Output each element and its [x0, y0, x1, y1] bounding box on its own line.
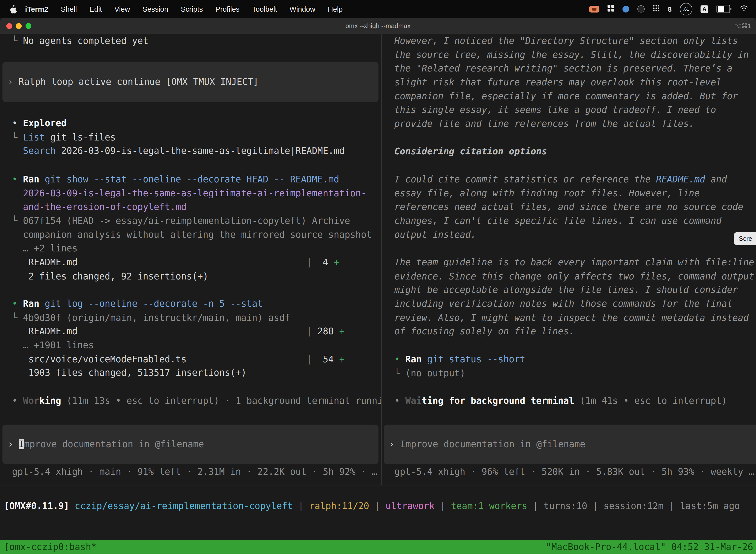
text-segment: … +1901 lines [12, 340, 94, 350]
text-segment: | [77, 326, 312, 337]
text-segment: + [334, 257, 339, 267]
blue-app-icon[interactable] [623, 5, 629, 12]
working-status-block: • Working (11m 13s • esc to interrupt) ·… [12, 394, 381, 408]
zoom-button[interactable] [25, 23, 31, 29]
dots-grid-icon[interactable] [653, 5, 659, 13]
text-segment: companion analysis without altering the … [12, 230, 372, 240]
text-segment: essay file, along with finding root file… [394, 188, 700, 198]
text-segment: › [8, 439, 19, 449]
terminal-line: 2 files changed, 92 insertions(+) [12, 270, 381, 283]
text-segment: Search [23, 146, 56, 156]
minimize-button[interactable] [16, 23, 21, 29]
text-segment: | [187, 354, 312, 364]
text-segment [40, 174, 45, 184]
text-segment [12, 146, 23, 156]
launcher-grid-icon[interactable] [608, 5, 614, 13]
text-segment: references need actual files, and since … [394, 202, 743, 212]
terminal-line: including verification notes with those … [394, 297, 756, 311]
text-segment: README.md [12, 326, 78, 337]
terminal-line: The team guideline is to back every impo… [394, 256, 756, 270]
dark-app-icon[interactable] [637, 5, 645, 12]
terminal-line: this single essay, it seems like a good … [394, 104, 756, 117]
text-segment: evidence. Since this change only affects… [394, 271, 754, 281]
ralph-loop-banner: › Ralph loop active continue [OMX_TMUX_I… [2, 62, 378, 102]
terminal-line: └ (no output) [394, 367, 756, 381]
text-segment: turns:10 [544, 501, 587, 511]
wifi-icon[interactable] [740, 5, 748, 13]
menu-edit[interactable]: Edit [83, 5, 108, 13]
battery-body [716, 5, 730, 13]
terminal-pane-left[interactable]: └ No agents completed yet › Ralph loop a… [0, 34, 381, 485]
text-segment [61, 396, 66, 406]
screen-recording-indicator[interactable] [589, 5, 600, 12]
text-segment: last:5m ago [680, 501, 740, 511]
meter-badge-icon[interactable]: .61 [680, 3, 693, 15]
prompt-input-left[interactable]: › Improve documentation in @filename [2, 425, 378, 464]
terminal-line: README.md | 280 + [12, 325, 381, 339]
menu-help[interactable]: Help [321, 5, 349, 13]
text-segment: 280 [312, 326, 339, 337]
text-segment: List [23, 132, 45, 142]
tmux-session-label: [omx-cczip0:bash* [0, 542, 97, 552]
input-source-icon[interactable]: A [700, 5, 708, 13]
digit-badge-icon[interactable]: 8 [668, 5, 672, 13]
menu-session[interactable]: Session [136, 5, 174, 13]
menu-toolbelt[interactable]: Toolbelt [246, 5, 283, 13]
terminal-line: README.md | 4 + [12, 256, 381, 270]
text-segment: • [12, 174, 23, 184]
text-segment: and [705, 174, 727, 184]
text-segment [422, 354, 427, 365]
terminal-line: Considering citation options [394, 145, 756, 159]
text-segment: Ran [405, 354, 422, 365]
terminal-line: • Ran git status --short [394, 353, 756, 367]
text-segment: … +2 lines [12, 243, 78, 254]
terminal-line: • Ran git log --oneline --decorate -n 5 … [12, 297, 381, 311]
terminal-line: review. Also, I might want to inspect th… [394, 311, 756, 325]
apple-menu-icon[interactable] [10, 4, 17, 13]
text-segment: slight risk that future readers may over… [394, 77, 721, 88]
close-button[interactable] [6, 23, 12, 29]
menu-profiles[interactable]: Profiles [209, 5, 246, 13]
text-cursor: I [19, 439, 24, 449]
explored-block: • Explored└ List git ls-files Search 202… [12, 117, 381, 158]
text-segment [574, 396, 580, 406]
text-segment: Ralph loop active continue [OMX_TMUX_INJ… [19, 76, 258, 87]
pane-divider-vertical[interactable] [381, 34, 382, 485]
menu-window[interactable]: Window [283, 5, 321, 13]
menu-view[interactable]: View [108, 5, 136, 13]
menu-iterm2[interactable]: iTerm2 [19, 5, 55, 13]
text-segment: └ [394, 368, 405, 378]
record-glyph [592, 7, 596, 10]
terminal-line: and-the-erosion-of-copyleft.md [12, 200, 381, 214]
text-segment: 2026-03-09-is-legal-the-same-as-legitima… [23, 188, 367, 198]
battery-icon[interactable] [716, 5, 732, 13]
git-log-block: • Ran git log --oneline --decorate -n 5 … [12, 297, 381, 380]
terminal-line: › Ralph loop active continue [OMX_TMUX_I… [8, 75, 258, 89]
terminal-pane-right[interactable]: However, I noticed the "Directory Struct… [382, 34, 756, 485]
terminal-line: └ 067f154 (HEAD -> essay/ai-reimplementa… [12, 214, 381, 228]
text-segment: cczip/essay/ai-reimplementation-copyleft [75, 501, 293, 511]
text-segment: Ran [23, 174, 40, 184]
menu-scripts[interactable]: Scripts [175, 5, 209, 13]
omx-session-status-line: [OMX#0.11.9] cczip/essay/ai-reimplementa… [4, 499, 756, 513]
terminal-line: references need actual files, and since … [394, 200, 756, 214]
terminal-line: › Improve documentation in @filename [8, 437, 204, 451]
text-segment: review. Also, I might want to inspect th… [394, 313, 749, 323]
text-segment: └ [12, 313, 23, 323]
text-segment: (1m 41s • esc to interrupt) [580, 396, 727, 406]
text-segment [40, 298, 45, 309]
text-segment: • [12, 298, 23, 309]
tmux-host-clock-label: "MacBook-Pro-44.local" 04:52 31-Mar-26 [546, 542, 756, 552]
text-segment: However, I noticed the "Directory Struct… [394, 36, 738, 46]
text-segment: 54 [312, 354, 339, 364]
text-segment: (11m 13s • esc to interrupt) · 1 backgro… [66, 396, 381, 406]
text-segment: • [12, 396, 23, 406]
git-status-block: • Ran git status --short└ (no output) [394, 353, 756, 381]
prompt-input-right[interactable]: › Improve documentation in @filename [384, 425, 756, 464]
text-segment: gpt-5.4 xhigh · main · 91% left · 2.31M … [12, 466, 378, 477]
screen-overlay-button[interactable]: Scre [734, 232, 756, 245]
text-segment: git status --short [427, 354, 525, 365]
menu-shell[interactable]: Shell [55, 5, 83, 13]
text-segment: | [369, 501, 385, 511]
text-segment: | [77, 257, 312, 267]
